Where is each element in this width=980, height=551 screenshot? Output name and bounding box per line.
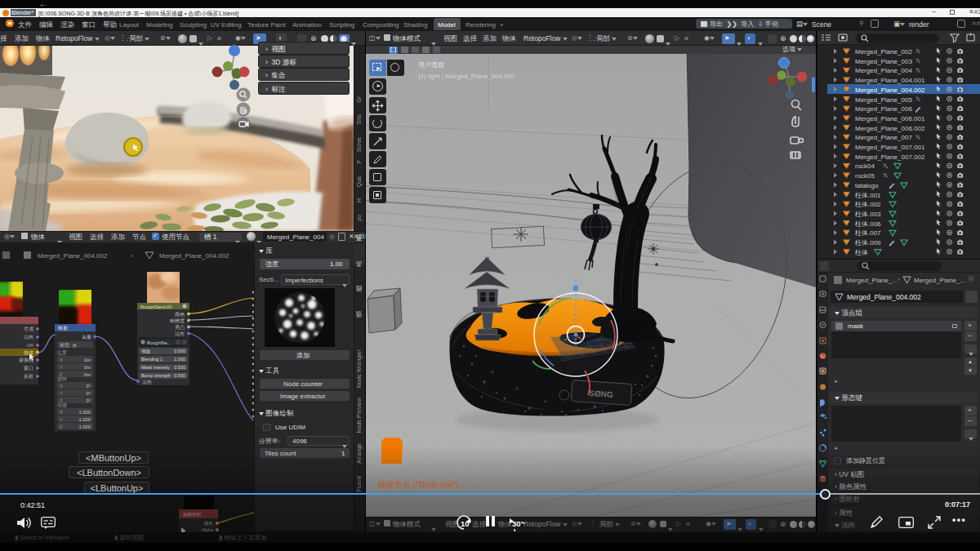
svg-text:10: 10 — [461, 519, 470, 528]
svg-text:法向: 法向 — [142, 380, 152, 384]
svg-text:1.000: 1.000 — [78, 417, 91, 422]
svg-text:1.000: 1.000 — [174, 357, 185, 362]
svg-text:柱体.006: 柱体.006 — [854, 220, 881, 228]
svg-text:›: › — [131, 252, 133, 260]
svg-text:法向: 法向 — [175, 331, 185, 336]
svg-text:0m: 0m — [84, 358, 91, 362]
svg-text:映射: 映射 — [58, 326, 68, 331]
svg-text:Merged_Plane_006.001: Merged_Plane_006.001 — [855, 115, 925, 122]
svg-text:Y: Y — [60, 417, 63, 422]
svg-text:凴凸: 凴凸 — [175, 324, 185, 331]
svg-text:旋转: 旋转 — [57, 376, 67, 382]
svg-text:窗口: 窗口 — [24, 365, 33, 371]
svg-text:Merged_Plane_003: Merged_Plane_003 — [855, 58, 912, 65]
svg-text:Y: Y — [60, 391, 63, 396]
svg-text:Merged_Plane_004.001: Merged_Plane_004.001 — [855, 77, 925, 84]
svg-text:1.000: 1.000 — [78, 424, 91, 429]
svg-text:X: X — [60, 410, 63, 415]
svg-text:tatalogo: tatalogo — [855, 182, 879, 189]
svg-text:Bump strength: Bump strength — [141, 373, 171, 378]
svg-text:Merged_Plane_004: Merged_Plane_004 — [855, 67, 912, 74]
svg-text:法向: 法向 — [24, 335, 33, 340]
svg-text:Merged_Plane_005: Merged_Plane_005 — [855, 96, 912, 104]
svg-text:Mask intensity: Mask intensity — [141, 365, 170, 370]
svg-text:柱体.007: 柱体.007 — [854, 229, 881, 237]
svg-text:0°: 0° — [86, 391, 91, 396]
svg-text:Merged_Plane_007.001: Merged_Plane_007.001 — [855, 144, 925, 151]
svg-text:RoughtSand.00: RoughtSand.00 — [140, 304, 172, 309]
svg-text:Merged_Plane_006.002: Merged_Plane_006.002 — [855, 125, 925, 132]
svg-text:矢量: 矢量 — [82, 335, 91, 340]
svg-text:0°: 0° — [86, 398, 91, 403]
svg-text:0.500: 0.500 — [174, 373, 185, 378]
svg-text:Merged_Plane_004.002: Merged_Plane_004.002 — [38, 252, 108, 260]
svg-text:颜色: 颜色 — [175, 311, 185, 317]
svg-text:柱体.002: 柱体.002 — [854, 201, 881, 208]
svg-text:类型: 点: 类型: 点 — [60, 342, 77, 349]
svg-text:颜色: 颜色 — [204, 521, 214, 526]
svg-text:30: 30 — [512, 519, 521, 528]
svg-text:SØNG: SØNG — [589, 389, 613, 399]
svg-text:柱体.003: 柱体.003 — [854, 211, 881, 218]
svg-text:反射: 反射 — [24, 374, 33, 379]
svg-text:柱体.009: 柱体.009 — [854, 239, 881, 247]
svg-text:Blending 1: Blending 1 — [141, 357, 163, 362]
svg-text:Roughfilte...: Roughfilte... — [147, 340, 172, 345]
svg-text:UV: UV — [27, 343, 33, 348]
svg-text:Merged_Plane_004.002: Merged_Plane_004.002 — [159, 252, 229, 260]
svg-text:X: X — [60, 358, 63, 362]
svg-text:1.000: 1.000 — [78, 410, 91, 415]
svg-text:贴图绘制: 贴图绘制 — [183, 512, 202, 518]
svg-text:0m: 0m — [84, 372, 91, 377]
svg-text:Z: Z — [60, 372, 63, 377]
svg-text:Z: Z — [60, 424, 63, 429]
svg-text:Merged_Plane_002: Merged_Plane_002 — [855, 48, 912, 56]
svg-text:0m: 0m — [84, 365, 91, 370]
svg-text:Merged_Plane_006: Merged_Plane_006 — [855, 105, 912, 113]
svg-text:柱体: 柱体 — [854, 249, 868, 256]
svg-text:柱体.001: 柱体.001 — [854, 192, 881, 199]
svg-text:rock05: rock05 — [855, 172, 875, 180]
svg-text:位置: 位置 — [57, 350, 67, 355]
svg-text:0.500: 0.500 — [174, 365, 185, 370]
svg-text:Merged_Plane_004.002: Merged_Plane_004.002 — [855, 87, 925, 94]
svg-text:Y: Y — [60, 365, 63, 370]
svg-text:Merged_Plane_007: Merged_Plane_007 — [855, 134, 912, 141]
svg-text:rock04: rock04 — [855, 162, 875, 170]
svg-text:物体: 物体 — [24, 349, 33, 356]
svg-text:粗糟度: 粗糟度 — [170, 318, 185, 324]
svg-text:X: X — [60, 384, 63, 389]
svg-text:Merged_Plane_007.002: Merged_Plane_007.002 — [855, 153, 925, 161]
svg-text:0.500: 0.500 — [174, 349, 185, 353]
svg-text:生成: 生成 — [24, 327, 33, 331]
svg-text:0°: 0° — [86, 384, 91, 389]
svg-text:Z: Z — [60, 398, 63, 403]
svg-text:缩放: 缩放 — [141, 349, 151, 354]
